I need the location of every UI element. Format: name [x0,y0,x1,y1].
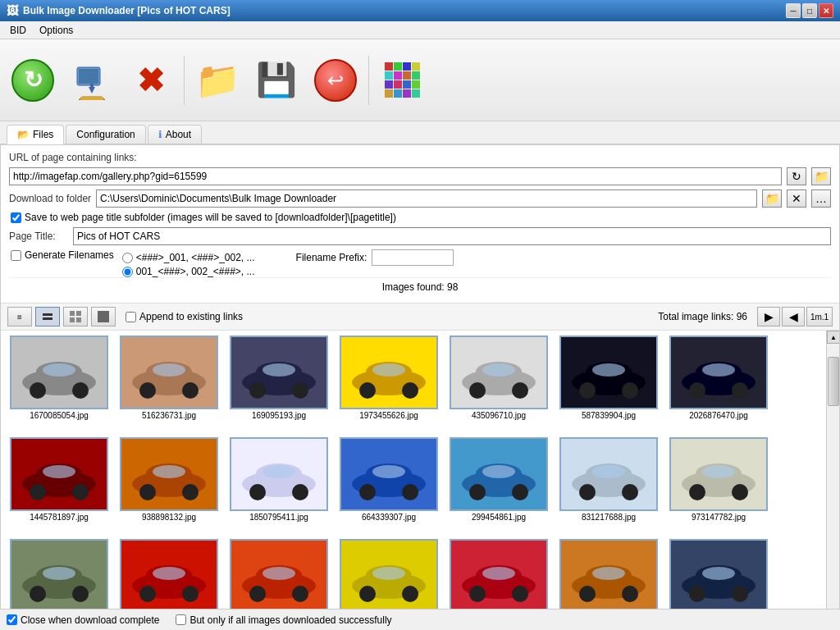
menu-bid[interactable]: BID [3,23,33,38]
download-folder-dots-button[interactable]: … [811,189,831,208]
download-folder-browse-button[interactable]: 📁 [762,189,782,208]
svg-point-35 [402,382,418,399]
url-input[interactable] [9,167,782,185]
svg-point-54 [702,363,735,377]
download-folder-clear-button[interactable]: ✕ [787,189,806,208]
menu-options[interactable]: Options [33,23,80,38]
svg-point-106 [139,586,156,602]
subfolder-label: Save to web page title subfolder (images… [25,212,396,223]
image-cell[interactable]: 1850795411.jpg [226,437,332,536]
image-filename: 587839904.jpg [582,411,636,420]
image-cell[interactable]: 435096710.jpg [445,336,552,434]
svg-rect-11 [76,317,81,322]
svg-point-18 [43,363,75,377]
page-title-input[interactable] [73,227,831,245]
grid-config-button[interactable] [376,54,428,107]
folder-tab-icon: 📂 [17,129,30,140]
images-found-text: Images found: 98 [382,281,459,293]
image-cell[interactable]: 2026876470.jpg [665,336,772,434]
view-small-thumb-button[interactable] [63,307,88,326]
svg-rect-9 [76,311,81,316]
image-cell[interactable]: 516236731.jpg [116,336,222,434]
scroll-up-arrow[interactable]: ▲ [827,331,839,344]
svg-point-41 [512,382,528,399]
image-filename: 435096710.jpg [472,411,526,420]
tab-files[interactable]: 📂 Files [7,125,64,144]
view-list-detail-button[interactable]: ≡ [7,307,32,326]
image-cell[interactable]: 938898132.jpg [116,437,222,536]
svg-point-46 [579,382,596,399]
play-button[interactable]: ▶ [757,307,780,326]
svg-point-78 [372,465,405,478]
image-cell[interactable]: 1973455626.jpg [336,336,442,434]
tab-configuration-label: Configuration [76,129,135,140]
svg-point-108 [153,567,185,580]
circular-red-icon: ↩ [314,59,357,102]
image-cell[interactable]: 587839904.jpg [555,336,662,434]
svg-point-113 [292,586,308,602]
svg-point-131 [622,586,638,602]
tab-configuration[interactable]: Configuration [66,125,145,144]
url-folder-button[interactable]: 📁 [811,167,831,185]
scrollbar-thumb[interactable] [828,357,839,406]
radio-item-2: 001_<###>, 002_<###>, ... [122,266,831,277]
view-large-thumb-button[interactable] [91,307,116,326]
image-filename: 169095193.jpg [252,411,306,420]
back-button[interactable]: ◀ [782,307,805,326]
image-filename: 516236731.jpg [142,411,196,420]
revert-button[interactable]: ↩ [309,54,362,107]
image-filename: 1850795411.jpg [249,513,308,522]
generate-filenames-label: Generate Filenames [25,249,114,261]
prefix-area: Filename Prefix: [296,249,454,266]
save-button[interactable]: 💾 [250,54,303,107]
but-only-label: But only if all images downloaded succes… [189,614,391,626]
cancel-button[interactable]: ✖ [125,54,177,107]
svg-point-30 [262,363,295,377]
generate-filenames-checkbox[interactable] [11,250,21,261]
image-cell[interactable]: 973147782.jpg [665,437,772,536]
filename-prefix-input[interactable] [372,249,454,266]
generate-filenames-row: Generate Filenames [9,249,114,261]
close-button[interactable]: ✕ [819,3,833,18]
svg-point-94 [689,484,705,500]
tab-about[interactable]: ℹ About [148,125,202,144]
maximize-button[interactable]: □ [802,3,817,18]
start-button[interactable] [7,54,59,107]
download-folder-row: Download to folder 📁 ✕ … [9,189,831,208]
view-list-button[interactable] [35,307,60,326]
url-refresh-button[interactable]: ↻ [787,167,806,185]
tab-files-label: Files [33,129,53,140]
svg-point-138 [702,567,735,580]
svg-point-70 [249,484,266,500]
image-filename: 938898132.jpg [142,513,196,522]
image-cell[interactable]: 299454861.jpg [445,437,552,536]
svg-point-125 [512,586,528,602]
image-cell[interactable]: 1670085054.jpg [6,336,112,434]
but-only-checkbox[interactable] [176,614,186,625]
radio-group: <###>_001, <###>_002, ... Filename Prefi… [122,249,831,266]
image-cell[interactable]: 1445781897.jpg [6,437,112,536]
svg-point-136 [689,586,705,602]
svg-point-28 [249,382,266,399]
but-only-area: But only if all images downloaded succes… [176,614,391,626]
image-cell[interactable]: 664339307.jpg [336,437,442,536]
minimize-button[interactable]: ─ [786,3,801,18]
download-button[interactable] [66,54,118,107]
image-filename: 973147782.jpg [692,513,746,522]
scrollbar[interactable]: ▲ ▼ [826,331,839,630]
open-folder-button[interactable]: 📁 [191,54,244,107]
image-cell[interactable]: 831217688.jpg [555,437,662,536]
subfolder-checkbox[interactable] [11,212,21,223]
counter-button[interactable]: 1m.1 [806,307,833,326]
window-title: Bulk Image Downloader [Pics of HOT CARS] [23,5,231,16]
radio-format-1[interactable] [122,253,133,263]
radio-format-2[interactable] [122,267,133,277]
append-checkbox[interactable] [126,312,136,322]
svg-rect-5 [80,97,103,100]
download-folder-input[interactable] [96,189,757,208]
radio-and-prefix: <###>_001, <###>_002, ... Filename Prefi… [122,249,831,277]
close-complete-checkbox[interactable] [7,614,17,625]
svg-rect-8 [70,311,75,316]
svg-point-107 [182,586,199,602]
image-cell[interactable]: 169095193.jpg [226,336,332,434]
